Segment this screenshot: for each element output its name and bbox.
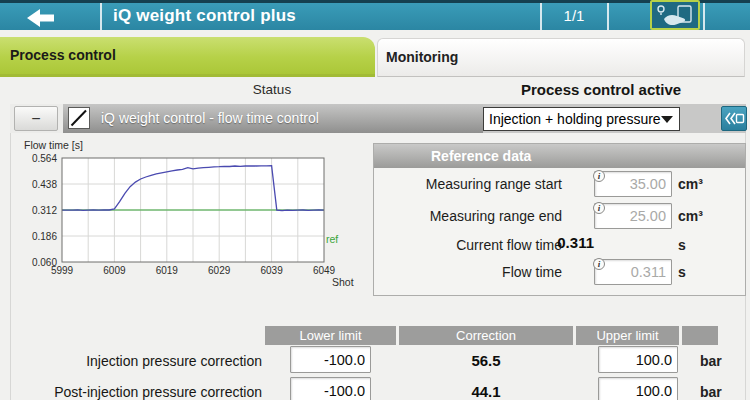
- svg-text:6029: 6029: [208, 265, 231, 276]
- row-label: Injection pressure correction: [0, 353, 262, 369]
- post-injection-correction-value: 44.1: [399, 383, 573, 400]
- flow-time-input[interactable]: [594, 259, 672, 285]
- field-unit: cm³: [678, 175, 703, 193]
- check-slash-icon: [69, 108, 89, 128]
- column-header-correction: Correction: [399, 326, 573, 345]
- svg-text:ref: ref: [326, 233, 338, 245]
- divider: [100, 3, 102, 30]
- svg-text:0.312: 0.312: [32, 205, 57, 216]
- control-mode-value: Injection + holding pressure: [489, 111, 661, 127]
- field-label: Measuring range start: [374, 175, 562, 193]
- page-title: iQ weight control plus: [113, 3, 296, 30]
- svg-text:0.564: 0.564: [32, 153, 57, 164]
- screen: iQ weight control plus 1/1 Process contr…: [0, 0, 750, 400]
- reference-data-panel: Reference data Measuring range start i c…: [373, 143, 746, 296]
- measuring-range-end-input[interactable]: [594, 203, 672, 229]
- back-arrow-icon[interactable]: [24, 8, 62, 28]
- current-flow-time-value: 0.311: [484, 234, 594, 251]
- field-label: Measuring range end: [374, 207, 562, 225]
- status-value: Process control active: [521, 81, 681, 98]
- field-unit: s: [678, 263, 686, 281]
- info-icon: i: [593, 258, 605, 270]
- svg-text:6049: 6049: [313, 265, 336, 276]
- chevron-down-icon: [661, 116, 673, 123]
- collapse-button[interactable]: −: [14, 106, 58, 131]
- enable-checkbox[interactable]: [68, 107, 90, 129]
- column-header-upper-limit: Upper limit: [576, 326, 679, 345]
- row-label: Post-injection pressure correction: [0, 384, 262, 400]
- tab-process-control[interactable]: Process control: [0, 37, 375, 77]
- page-indicator: 1/1: [541, 3, 607, 30]
- svg-text:0.186: 0.186: [32, 231, 57, 242]
- injection-unit-icon: [722, 107, 746, 130]
- injection-unit-button[interactable]: [721, 106, 747, 131]
- control-mode-select[interactable]: Injection + holding pressure: [483, 107, 680, 131]
- post-injection-upper-limit-input[interactable]: [598, 377, 678, 400]
- tab-monitoring[interactable]: Monitoring: [377, 38, 745, 77]
- svg-text:6039: 6039: [260, 265, 283, 276]
- svg-text:Flow time [s]: Flow time [s]: [24, 139, 83, 151]
- divider: [607, 3, 609, 30]
- svg-text:Shot: Shot: [332, 276, 354, 288]
- row-unit: bar: [700, 384, 722, 400]
- tab-label: Monitoring: [386, 49, 458, 65]
- svg-text:6019: 6019: [156, 265, 179, 276]
- info-icon: i: [593, 202, 605, 214]
- divider: [703, 3, 705, 30]
- info-icon: i: [593, 170, 605, 182]
- injection-lower-limit-input[interactable]: [290, 346, 371, 373]
- field-unit: cm³: [678, 207, 703, 225]
- svg-text:6009: 6009: [103, 265, 126, 276]
- flow-time-chart: 0.0600.1860.3120.4380.564599960096019602…: [10, 137, 362, 295]
- operating-mode-button[interactable]: [650, 0, 700, 30]
- svg-text:5999: 5999: [51, 265, 74, 276]
- tab-label: Process control: [10, 47, 116, 63]
- field-unit: s: [678, 236, 686, 254]
- post-injection-lower-limit-input[interactable]: [290, 377, 371, 400]
- column-header-lower-limit: Lower limit: [265, 326, 396, 345]
- svg-text:0.438: 0.438: [32, 179, 57, 190]
- measuring-range-start-input[interactable]: [594, 171, 672, 197]
- injection-upper-limit-input[interactable]: [598, 346, 678, 373]
- column-header-unit: [682, 326, 718, 345]
- field-label: Flow time: [374, 263, 562, 281]
- status-label: Status: [244, 82, 300, 97]
- panel-title: iQ weight control - flow time control: [101, 104, 319, 133]
- reference-data-header: Reference data: [374, 144, 745, 168]
- row-unit: bar: [700, 353, 722, 369]
- hand-help-icon: [652, 2, 698, 28]
- injection-correction-value: 56.5: [399, 352, 573, 369]
